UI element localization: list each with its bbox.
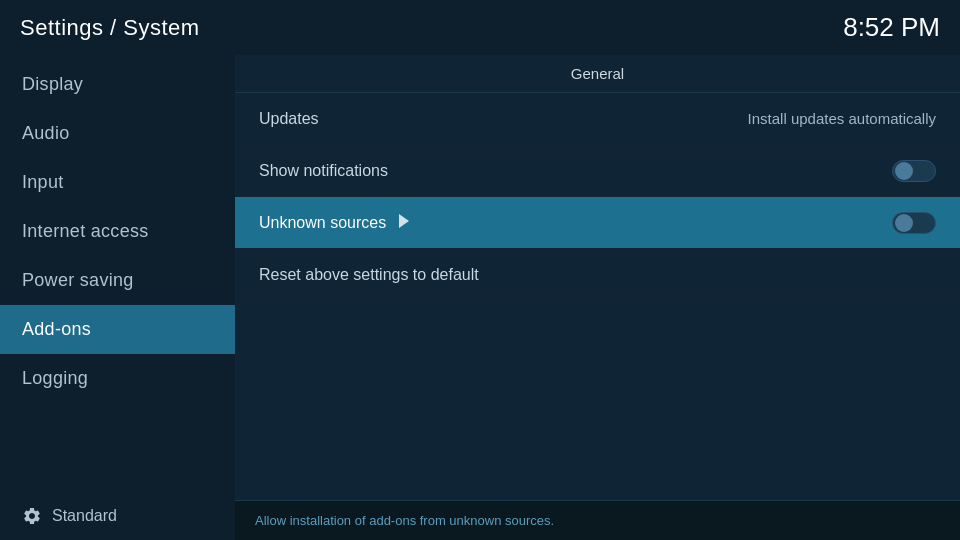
sidebar-item-display[interactable]: Display	[0, 60, 235, 109]
cursor-indicator	[399, 214, 409, 228]
setting-row-show-notifications[interactable]: Show notifications	[235, 145, 960, 197]
sidebar-item-logging[interactable]: Logging	[0, 354, 235, 403]
app-container: Settings / System 8:52 PM Display Audio …	[0, 0, 960, 540]
sidebar-item-audio[interactable]: Audio	[0, 109, 235, 158]
sidebar-item-input[interactable]: Input	[0, 158, 235, 207]
unknown-sources-toggle[interactable]	[892, 212, 936, 234]
main-content: Display Audio Input Internet access Powe…	[0, 55, 960, 540]
updates-value: Install updates automatically	[748, 110, 936, 127]
profile-level: Standard	[52, 507, 117, 525]
sidebar-item-add-ons[interactable]: Add-ons	[0, 305, 235, 354]
status-bar: Allow installation of add-ons from unkno…	[235, 500, 960, 540]
updates-label: Updates	[259, 110, 319, 128]
sidebar: Display Audio Input Internet access Powe…	[0, 55, 235, 540]
sidebar-bottom: Standard	[0, 492, 235, 540]
gear-icon	[22, 506, 42, 526]
header: Settings / System 8:52 PM	[0, 0, 960, 55]
sidebar-item-power-saving[interactable]: Power saving	[0, 256, 235, 305]
setting-row-updates[interactable]: Updates Install updates automatically	[235, 93, 960, 145]
show-notifications-toggle[interactable]	[892, 160, 936, 182]
setting-row-reset[interactable]: Reset above settings to default	[235, 249, 960, 301]
show-notifications-label: Show notifications	[259, 162, 388, 180]
settings-content: General Updates Install updates automati…	[235, 55, 960, 500]
status-text: Allow installation of add-ons from unkno…	[255, 513, 554, 528]
section-header: General	[235, 55, 960, 93]
settings-panel: General Updates Install updates automati…	[235, 55, 960, 540]
page-title: Settings / System	[20, 15, 200, 41]
reset-label: Reset above settings to default	[259, 266, 479, 284]
unknown-sources-label: Unknown sources	[259, 214, 409, 232]
clock: 8:52 PM	[843, 12, 940, 43]
setting-row-unknown-sources[interactable]: Unknown sources	[235, 197, 960, 249]
sidebar-item-internet-access[interactable]: Internet access	[0, 207, 235, 256]
